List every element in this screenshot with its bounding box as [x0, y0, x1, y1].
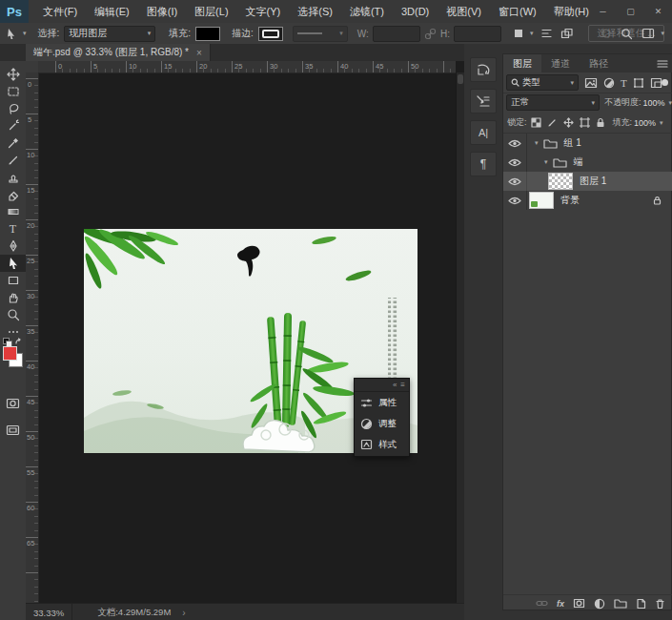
menu-file[interactable]: 文件(F)	[34, 5, 86, 19]
menu-image[interactable]: 图像(I)	[138, 5, 186, 19]
blend-mode-dropdown[interactable]: 正常 ▾	[506, 94, 600, 111]
panel-menu-icon[interactable]: ≡	[400, 381, 405, 389]
panel-menu-icon[interactable]	[657, 59, 668, 69]
eyedropper-tool[interactable]	[0, 134, 26, 152]
zoom-options-icon[interactable]	[601, 28, 612, 39]
context-item-properties[interactable]: 属性	[355, 392, 409, 413]
select-mode-dropdown[interactable]: 现用图层 ▾	[64, 26, 155, 42]
lock-artboard-icon[interactable]	[580, 117, 590, 128]
layer-name[interactable]: 图层 1	[580, 175, 606, 188]
pen-tool[interactable]	[0, 238, 26, 255]
layer-thumbnail[interactable]	[529, 192, 554, 209]
swap-colors-icon[interactable]	[14, 338, 24, 346]
menu-edit[interactable]: 编辑(E)	[86, 5, 138, 19]
menu-filter[interactable]: 滤镜(T)	[341, 5, 393, 19]
filter-pixel-layers-icon[interactable]	[584, 77, 598, 89]
tab-channels[interactable]: 通道	[541, 54, 580, 72]
path-operations-button[interactable]: ▾	[513, 28, 534, 39]
layer-row-background[interactable]: 背景	[503, 191, 672, 210]
zoom-tool[interactable]	[0, 306, 26, 323]
layer-name[interactable]: 背景	[560, 194, 580, 207]
minimize-button[interactable]: ─	[589, 7, 617, 16]
zoom-level-field[interactable]: 33.33%	[26, 604, 72, 620]
menu-layer[interactable]: 图层(L)	[186, 5, 236, 19]
character-panel-button[interactable]: A|	[470, 120, 497, 145]
fill-swatch[interactable]	[195, 27, 220, 41]
expand-group-icon[interactable]: ▾	[544, 158, 548, 166]
lock-pixels-icon[interactable]	[547, 117, 558, 128]
delete-layer-icon[interactable]	[655, 598, 665, 610]
menu-type[interactable]: 文字(Y)	[237, 5, 290, 19]
chevron-down-icon[interactable]: ▾	[660, 119, 663, 127]
menu-view[interactable]: 视图(V)	[438, 5, 490, 19]
opacity-value[interactable]: 100%	[643, 98, 665, 108]
menu-select[interactable]: 选择(S)	[289, 5, 341, 19]
layer-row-group2[interactable]: ▾ 端	[503, 153, 672, 172]
new-layer-icon[interactable]	[636, 598, 646, 610]
height-field[interactable]	[454, 26, 501, 42]
history-panel-button[interactable]	[470, 57, 497, 82]
brush-tool[interactable]	[0, 152, 26, 169]
move-tool[interactable]	[0, 66, 26, 83]
visibility-toggle[interactable]	[503, 191, 527, 210]
workspace-switcher[interactable]: ▾	[641, 28, 664, 39]
width-field[interactable]	[373, 26, 420, 42]
screen-mode-button[interactable]	[0, 422, 26, 439]
hand-tool[interactable]	[0, 289, 26, 306]
link-layers-icon[interactable]	[536, 599, 548, 608]
layer-name[interactable]: 组 1	[564, 136, 581, 150]
document-size-info[interactable]: 文档:4.29M/5.29M	[97, 607, 171, 619]
layer-name[interactable]: 端	[574, 155, 583, 169]
type-tool[interactable]: T	[0, 220, 26, 238]
fill-value[interactable]: 100%	[634, 118, 656, 128]
new-group-icon[interactable]	[614, 598, 627, 609]
add-layer-mask-icon[interactable]	[573, 598, 585, 609]
filter-adjustment-layers-icon[interactable]	[603, 77, 615, 89]
lasso-tool[interactable]	[0, 100, 26, 117]
collapse-panel-icon[interactable]: «	[393, 381, 397, 389]
filter-kind-dropdown[interactable]: 类型 ▾	[506, 74, 579, 91]
chevron-down-icon[interactable]: ▾	[669, 99, 672, 107]
context-item-adjustments[interactable]: 调整	[355, 413, 409, 434]
maximize-button[interactable]: ▢	[617, 7, 644, 16]
gradient-tool[interactable]	[0, 203, 26, 220]
layer-thumbnail[interactable]	[548, 173, 573, 190]
default-colors-icon[interactable]	[3, 338, 11, 345]
magic-wand-tool[interactable]	[0, 117, 26, 134]
layer-row-layer1[interactable]: 图层 1	[503, 172, 672, 191]
marquee-tool[interactable]	[0, 83, 26, 100]
close-button[interactable]: ✕	[644, 7, 672, 16]
menu-window[interactable]: 窗口(W)	[490, 5, 545, 19]
visibility-toggle[interactable]	[503, 153, 527, 172]
foreground-color-swatch[interactable]	[3, 346, 17, 361]
path-alignment-button[interactable]	[540, 28, 553, 39]
path-arrange-button[interactable]	[560, 28, 573, 39]
pasteboard[interactable]: « ≡ 属性 调整 样式	[38, 72, 456, 603]
visibility-toggle[interactable]	[503, 134, 527, 153]
new-adjustment-layer-icon[interactable]	[594, 598, 605, 610]
layer-style-icon[interactable]: fx	[557, 599, 564, 609]
tool-preset[interactable]: ▾	[6, 28, 27, 40]
stroke-width-field[interactable]: ▾	[293, 26, 348, 42]
tab-layers[interactable]: 图层	[503, 54, 541, 72]
notes-panel-button[interactable]	[470, 89, 497, 114]
visibility-toggle[interactable]	[503, 172, 527, 191]
eraser-tool[interactable]	[0, 186, 26, 203]
lock-all-icon[interactable]	[596, 117, 605, 128]
document-tab[interactable]: 端午.psd @ 33.3% (图层 1, RGB/8) * ×	[26, 44, 211, 61]
filter-type-layers-icon[interactable]: T	[621, 77, 627, 89]
tab-close-icon[interactable]: ×	[196, 48, 202, 58]
rectangle-tool[interactable]	[0, 272, 26, 289]
path-selection-tool[interactable]	[0, 255, 26, 272]
lock-position-icon[interactable]	[563, 117, 574, 128]
paragraph-panel-button[interactable]: ¶	[470, 152, 497, 176]
menu-3d[interactable]: 3D(D)	[393, 6, 438, 17]
filter-shape-layers-icon[interactable]	[633, 77, 644, 89]
link-dimensions-icon[interactable]	[424, 28, 437, 40]
filter-smart-objects-icon[interactable]	[650, 77, 662, 89]
layer-row-group1[interactable]: ▾ 组 1	[503, 134, 672, 153]
clone-stamp-tool[interactable]	[0, 169, 26, 186]
expand-group-icon[interactable]: ▾	[535, 139, 539, 147]
search-icon[interactable]	[621, 28, 633, 40]
ruler-left[interactable]: 0 5 10 15 20 25 30 35 40 45 50 55 60 65	[26, 72, 39, 603]
